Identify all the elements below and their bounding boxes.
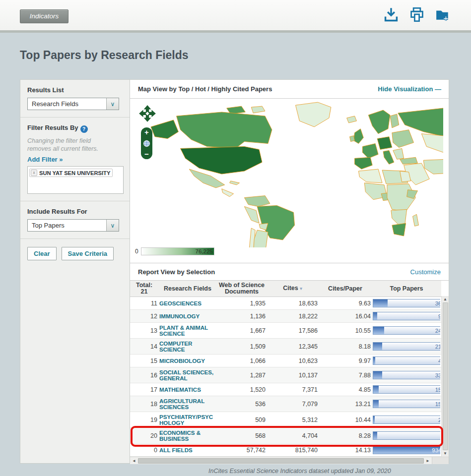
cites-per-paper-cell: 4.85 (319, 383, 372, 396)
horizontal-scrollbar[interactable]: ◄ ► (130, 457, 449, 464)
cites-cell: 815,740 (267, 444, 319, 457)
scroll-left-icon[interactable]: ◄ (130, 459, 138, 463)
report-table-body: 11GEOSCIENCES1,93518,6339.633612IMMUNOLO… (130, 297, 441, 457)
indicators-tab[interactable]: Indicators (20, 9, 68, 23)
docs-cell: 1,520 (217, 383, 267, 396)
horizontal-scroll-thumb[interactable] (138, 458, 424, 464)
zoom-in-icon[interactable]: + (144, 129, 149, 136)
top-papers-value: 934 (432, 447, 440, 453)
scroll-up-icon[interactable]: ▲ (443, 297, 447, 301)
customize-link[interactable]: Customize (410, 268, 441, 276)
top-papers-value: 36 (435, 300, 440, 306)
world-map[interactable] (148, 101, 443, 247)
report-table: Total: 21 Research Fields Web of Science… (130, 281, 441, 457)
close-icon[interactable]: x (31, 170, 37, 176)
vertical-scrollbar[interactable]: ▲ ▼ (441, 296, 449, 457)
top-papers-bar[interactable]: 24 (373, 326, 440, 335)
field-link[interactable]: IMMUNOLOGY (159, 313, 216, 319)
col-cites-per-paper[interactable]: Cites/Paper (319, 281, 372, 297)
top-papers-bar[interactable]: 15 (373, 400, 440, 408)
scroll-right-icon[interactable]: ► (424, 459, 432, 463)
include-value: Top Papers (28, 220, 106, 231)
table-row: 0ALL FIELDS57,742815,74014.13934 (130, 444, 441, 457)
filter-section: Filter Results By? Changing the filter f… (20, 118, 130, 201)
field-link[interactable]: ALL FIELDS (159, 447, 216, 453)
cites-per-paper-cell: 10.44 (319, 412, 372, 428)
field-cell: MICROBIOLOGY (158, 355, 217, 367)
field-link[interactable]: AGRICULTURAL SCIENCES (159, 398, 216, 410)
map-pan-control[interactable] (138, 105, 157, 123)
col-research-fields[interactable]: Research Fields (158, 281, 217, 297)
table-header-row: Total: 21 Research Fields Web of Science… (130, 281, 441, 297)
field-link[interactable]: SOCIAL SCIENCES, GENERAL (159, 369, 216, 381)
top-papers-cell: 21 (372, 339, 441, 355)
rank-cell: 20 (130, 428, 158, 444)
table-row: 14COMPUTER SCIENCE1,50912,3458.1821 (130, 339, 441, 355)
col-cites[interactable]: Cites ▾ (267, 281, 319, 297)
top-papers-bar[interactable]: 9 (373, 312, 440, 320)
filter-note-line1: Changing the filter field (27, 137, 91, 144)
docs-cell: 1,667 (217, 323, 267, 339)
top-papers-bar[interactable]: 15 (373, 385, 440, 394)
cites-cell: 12,345 (267, 339, 319, 355)
field-link[interactable]: MICROBIOLOGY (159, 358, 216, 364)
topbar: Indicators (0, 0, 471, 33)
top-papers-bar[interactable]: 21 (373, 342, 440, 351)
top-papers-cell: 24 (372, 323, 441, 339)
save-criteria-button[interactable]: Save Criteria (62, 247, 114, 260)
field-cell: SOCIAL SCIENCES, GENERAL (158, 367, 217, 383)
field-link[interactable]: MATHEMATICS (159, 387, 216, 393)
top-papers-bar[interactable]: 4 (373, 357, 440, 365)
field-link[interactable]: ECONOMICS & BUSINESS (159, 430, 216, 441)
table-row: 12IMMUNOLOGY1,13618,22216.049 (130, 310, 441, 323)
add-filter-link[interactable]: Add Filter » (27, 156, 63, 163)
field-link[interactable]: PLANT & ANIMAL SCIENCE (159, 325, 216, 336)
total-value: 21 (141, 288, 148, 295)
field-cell: GEOSCIENCES (158, 297, 217, 310)
map-area: + − 0 76,225 (130, 99, 449, 263)
col-wos-documents[interactable]: Web of Science Documents (217, 281, 267, 297)
top-papers-cell: 4 (372, 355, 441, 367)
print-icon[interactable] (409, 7, 424, 23)
table-row: 11GEOSCIENCES1,93518,6339.6336 (130, 297, 441, 310)
include-label: Include Results For (27, 208, 123, 215)
field-link[interactable]: COMPUTER SCIENCE (159, 341, 216, 352)
field-link[interactable]: GEOSCIENCES (159, 300, 216, 306)
chevron-down-icon: ∨ (106, 220, 119, 231)
field-link[interactable]: PSYCHIATRY/PSYCHOLOGY (159, 414, 216, 425)
top-papers-cell: 2 (372, 412, 441, 428)
docs-cell: 509 (217, 412, 267, 428)
results-list-dropdown[interactable]: Research Fields ∨ (27, 98, 119, 110)
cites-cell: 10,623 (267, 355, 319, 367)
map-zoom-control[interactable]: + − (141, 127, 152, 159)
top-papers-bar[interactable]: 2 (373, 416, 440, 424)
cites-per-paper-cell: 8.18 (319, 339, 372, 355)
field-cell: PSYCHIATRY/PSYCHOLOGY (158, 412, 217, 428)
folder-add-icon[interactable] (435, 7, 450, 23)
hide-visualization-link[interactable]: Hide Visualization — (378, 85, 441, 93)
field-cell: AGRICULTURAL SCIENCES (158, 396, 217, 412)
table-row: 20ECONOMICS & BUSINESS5684,7048.28 (130, 428, 441, 444)
table-row: 16SOCIAL SCIENCES, GENERAL1,28710,1377.8… (130, 367, 441, 383)
clear-button[interactable]: Clear (27, 247, 57, 260)
docs-cell: 1,066 (217, 355, 267, 367)
help-icon[interactable]: ? (80, 125, 88, 133)
hide-visualization-label: Hide Visualization (378, 85, 433, 93)
top-papers-bar[interactable] (373, 431, 440, 440)
col-top-papers[interactable]: Top Papers (372, 281, 441, 297)
globe-icon[interactable] (143, 140, 150, 147)
vertical-scroll-thumb[interactable] (443, 302, 448, 450)
top-papers-bar[interactable]: 36 (373, 299, 440, 307)
top-papers-bar[interactable]: 33 (373, 371, 440, 379)
top-papers-bar[interactable]: 934 (373, 446, 440, 454)
zoom-out-icon[interactable]: − (144, 151, 149, 158)
download-icon[interactable] (384, 7, 399, 23)
scroll-down-icon[interactable]: ▼ (443, 451, 447, 456)
rank-cell: 13 (130, 323, 158, 339)
rank-cell: 11 (130, 297, 158, 310)
top-papers-cell: 934 (372, 444, 441, 457)
chevron-down-icon: ∨ (106, 98, 119, 110)
include-dropdown[interactable]: Top Papers ∨ (27, 219, 119, 232)
rank-cell: 16 (130, 367, 158, 383)
filter-tag[interactable]: x SUN YAT SEN UNIVERSITY (29, 169, 113, 177)
